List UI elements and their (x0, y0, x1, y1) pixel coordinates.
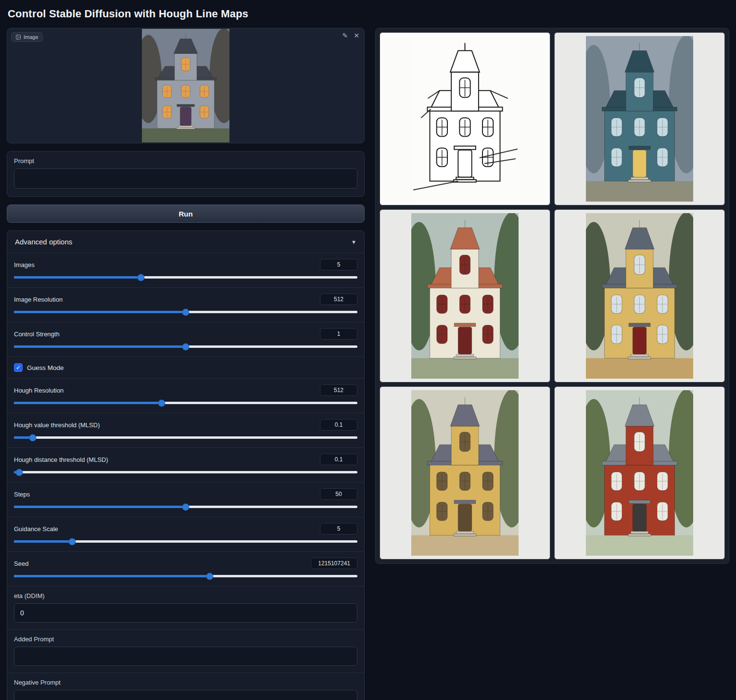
gallery-item-mustard-house-painting[interactable] (554, 209, 725, 382)
hough-line-map-image (411, 36, 519, 202)
slider-row-hough-resolution: Hough Resolution512 (7, 378, 364, 413)
slider-handle-guidance-scale[interactable] (69, 538, 76, 545)
slider-fill-guidance-scale (14, 540, 72, 543)
gallery-item-white-victorian-painting[interactable] (380, 209, 550, 382)
slider-handle-steps[interactable] (182, 503, 190, 510)
gallery-item-golden-victorian-painting[interactable] (380, 386, 550, 560)
advanced-options-header[interactable]: Advanced options ▼ (7, 231, 364, 253)
main-layout: Image ✎ ✕ Prompt Run Advanced options ▼ (7, 28, 729, 700)
slider-track-control-strength[interactable] (14, 345, 357, 348)
slider-track-image-resolution[interactable] (14, 311, 357, 313)
prompt-label: Prompt (14, 157, 357, 165)
slider-fill-hough-resolution (14, 402, 162, 404)
slider-value-hough-distance-threshold-mlsd[interactable]: 0.1 (320, 454, 357, 465)
left-column: Image ✎ ✕ Prompt Run Advanced options ▼ (7, 28, 365, 700)
slider-row-guidance-scale: Guidance Scale5 (7, 517, 364, 551)
slider-row-image-resolution: Image Resolution512 (7, 287, 364, 322)
slider-fill-images (14, 276, 141, 279)
white-victorian-painting-image (411, 213, 519, 379)
slider-track-hough-distance-threshold-mlsd[interactable] (14, 471, 357, 473)
slider-label-hough-distance-threshold-mlsd: Hough distance threshold (MLSD) (14, 456, 108, 463)
checkbox-label-guess-mode: Guess Mode (27, 364, 64, 371)
slider-track-images[interactable] (14, 276, 357, 279)
slider-value-control-strength[interactable]: 1 (320, 328, 357, 340)
image-actions: ✎ ✕ (343, 32, 359, 39)
field-label-eta-ddim: eta (DDIM) (14, 592, 357, 599)
edit-image-button[interactable]: ✎ (343, 32, 348, 39)
image-wrap (7, 28, 364, 143)
slider-row-hough-distance-threshold-mlsd: Hough distance threshold (MLSD)0.1 (7, 447, 364, 482)
eta-ddim-input[interactable] (14, 603, 357, 623)
added-prompt-input[interactable] (14, 647, 357, 666)
field-row-negative-prompt: Negative Prompt (7, 673, 364, 700)
field-row-added-prompt: Added Prompt (7, 629, 364, 673)
slider-label-image-resolution: Image Resolution (14, 296, 63, 303)
slider-row-hough-value-threshold-mlsd: Hough value threshold (MLSD)0.1 (7, 413, 364, 447)
slider-fill-image-resolution (14, 311, 186, 313)
mustard-house-painting-image (586, 213, 693, 379)
slider-fill-steps (14, 506, 186, 508)
page-title: Control Stable Diffusion with Hough Line… (8, 8, 729, 20)
slider-label-control-strength: Control Strength (14, 331, 60, 338)
advanced-options-label: Advanced options (15, 238, 72, 246)
slider-value-hough-value-threshold-mlsd[interactable]: 0.1 (320, 419, 357, 431)
slider-row-images: Images5 (7, 253, 364, 287)
slider-handle-hough-resolution[interactable] (158, 399, 165, 407)
result-gallery (375, 28, 729, 564)
image-label: Image (11, 32, 43, 42)
right-column (375, 28, 729, 564)
clear-image-button[interactable]: ✕ (354, 32, 359, 39)
checkmark-icon: ✓ (16, 365, 21, 370)
slider-value-images[interactable]: 5 (320, 259, 357, 270)
teal-victorian-painting-image (586, 36, 693, 202)
slider-value-hough-resolution[interactable]: 512 (320, 384, 357, 396)
guess-mode-checkbox[interactable]: ✓ (14, 363, 23, 372)
collapse-arrow-icon: ▼ (351, 239, 356, 245)
slider-handle-image-resolution[interactable] (182, 308, 190, 316)
field-label-added-prompt: Added Prompt (14, 636, 357, 643)
slider-row-seed: Seed1215107241 (7, 551, 364, 586)
slider-label-hough-value-threshold-mlsd: Hough value threshold (MLSD) (14, 421, 100, 429)
negative-prompt-input[interactable] (14, 690, 357, 700)
slider-handle-hough-value-threshold-mlsd[interactable] (29, 434, 37, 441)
slider-track-seed[interactable] (14, 575, 357, 577)
red-brick-house-painting-image (586, 390, 693, 556)
slider-handle-images[interactable] (138, 274, 145, 281)
slider-handle-hough-distance-threshold-mlsd[interactable] (16, 469, 23, 476)
slider-row-steps: Steps50 (7, 482, 364, 517)
image-upload-component[interactable]: Image ✎ ✕ (7, 28, 365, 143)
prompt-group: Prompt (7, 151, 365, 197)
slider-fill-control-strength (14, 345, 186, 348)
slider-track-hough-resolution[interactable] (14, 402, 357, 404)
gallery-item-teal-victorian-painting[interactable] (554, 32, 725, 205)
advanced-rows: Images5Image Resolution512Control Streng… (7, 253, 364, 700)
image-icon (15, 34, 21, 40)
slider-label-seed: Seed (14, 560, 28, 567)
slider-track-steps[interactable] (14, 506, 357, 508)
checkbox-row-guess-mode[interactable]: ✓Guess Mode (7, 356, 364, 378)
app: Control Stable Diffusion with Hough Line… (0, 0, 736, 700)
slider-handle-control-strength[interactable] (182, 343, 190, 350)
golden-victorian-painting-image (411, 390, 519, 556)
field-row-eta-ddim: eta (DDIM) (7, 586, 364, 629)
slider-row-control-strength: Control Strength1 (7, 322, 364, 356)
slider-value-steps[interactable]: 50 (320, 488, 357, 500)
gallery-item-hough-line-map[interactable] (380, 32, 550, 205)
advanced-options-panel: Advanced options ▼ Images5Image Resoluti… (7, 230, 365, 700)
input-image[interactable] (142, 29, 229, 142)
slider-label-steps: Steps (14, 491, 30, 498)
slider-track-guidance-scale[interactable] (14, 540, 357, 543)
slider-label-hough-resolution: Hough Resolution (14, 387, 63, 394)
slider-value-seed[interactable]: 1215107241 (311, 558, 357, 569)
slider-value-image-resolution[interactable]: 512 (320, 293, 357, 305)
slider-label-guidance-scale: Guidance Scale (14, 525, 58, 533)
slider-value-guidance-scale[interactable]: 5 (320, 523, 357, 535)
gallery-item-red-brick-house-painting[interactable] (554, 386, 725, 560)
slider-label-images: Images (14, 261, 35, 268)
run-button[interactable]: Run (7, 204, 365, 223)
slider-handle-seed[interactable] (206, 573, 213, 580)
slider-fill-seed (14, 575, 210, 577)
slider-track-hough-value-threshold-mlsd[interactable] (14, 436, 357, 439)
field-label-negative-prompt: Negative Prompt (14, 679, 357, 686)
prompt-input[interactable] (14, 168, 357, 189)
